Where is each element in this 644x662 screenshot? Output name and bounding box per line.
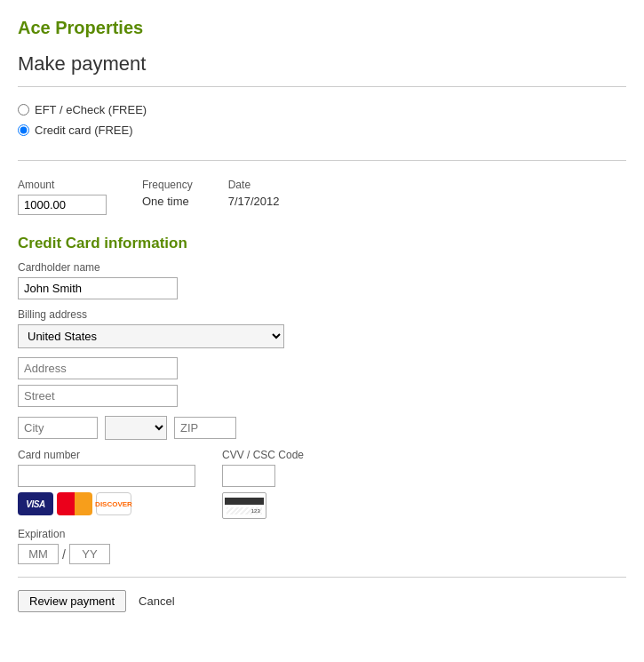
card-number-section: Card number VISA DISCOVER	[18, 449, 195, 515]
cc-section-title: Credit Card information	[18, 235, 626, 252]
cvv-image: 123	[222, 492, 266, 519]
divider-options	[18, 160, 626, 161]
eft-radio[interactable]	[18, 104, 29, 116]
address-input[interactable]	[18, 357, 178, 379]
exp-yy-input[interactable]	[69, 544, 110, 564]
payment-details-row: Amount Frequency One time Date 7/17/2012	[18, 168, 626, 222]
date-value: 7/17/2012	[228, 195, 280, 208]
card-number-input[interactable]	[18, 465, 195, 487]
billing-address-group: Billing address United States Canada Uni…	[18, 308, 626, 348]
cancel-link[interactable]: Cancel	[139, 594, 174, 608]
date-col: Date 7/17/2012	[228, 179, 280, 215]
zip-input[interactable]	[174, 417, 236, 439]
cardholder-label: Cardholder name	[18, 261, 626, 274]
cardholder-group: Cardholder name	[18, 261, 626, 299]
credit-card-label: Credit card (FREE)	[35, 124, 133, 137]
page-title: Make payment	[18, 52, 626, 76]
eft-label: EFT / eCheck (FREE)	[35, 103, 147, 116]
billing-label: Billing address	[18, 308, 626, 321]
app-title: Ace Properties	[18, 18, 626, 38]
divider-top	[18, 86, 626, 87]
country-select[interactable]: United States Canada United Kingdom Aust…	[18, 324, 284, 348]
city-input[interactable]	[18, 417, 98, 439]
amount-label: Amount	[18, 179, 107, 191]
amount-input[interactable]	[18, 195, 107, 215]
action-row: Review payment Cancel	[18, 577, 626, 612]
street-input[interactable]	[18, 385, 178, 407]
card-cvv-row: Card number VISA DISCOVER CVV / CSC Code…	[18, 449, 626, 519]
state-select[interactable]: CA NY TX	[105, 416, 167, 440]
cvv-label: CVV / CSC Code	[222, 449, 304, 461]
exp-separator: /	[62, 547, 66, 562]
payment-options: EFT / eCheck (FREE) Credit card (FREE)	[18, 94, 626, 153]
cvv-sig: 123	[227, 507, 262, 514]
expiration-row: /	[18, 544, 626, 564]
review-payment-button[interactable]: Review payment	[18, 590, 126, 612]
card-logos: VISA DISCOVER	[18, 492, 195, 515]
expiration-label: Expiration	[18, 528, 626, 540]
cvv-input[interactable]	[222, 465, 275, 487]
frequency-label: Frequency	[142, 179, 193, 191]
frequency-value: One time	[142, 195, 193, 208]
frequency-col: Frequency One time	[142, 179, 193, 215]
cvv-section: CVV / CSC Code 123	[222, 449, 304, 519]
date-label: Date	[228, 179, 280, 191]
cvv-stripe	[225, 498, 264, 505]
discover-logo: DISCOVER	[96, 492, 131, 515]
cardholder-input[interactable]	[18, 277, 178, 299]
amount-col: Amount	[18, 179, 107, 215]
visa-logo: VISA	[18, 492, 53, 515]
city-state-row: CA NY TX	[18, 416, 626, 440]
address-group	[18, 357, 626, 407]
credit-card-radio[interactable]	[18, 124, 29, 136]
expiration-section: Expiration /	[18, 528, 626, 564]
mastercard-logo	[57, 492, 92, 515]
eft-option[interactable]: EFT / eCheck (FREE)	[18, 103, 626, 116]
credit-card-option[interactable]: Credit card (FREE)	[18, 124, 626, 137]
exp-mm-input[interactable]	[18, 544, 59, 564]
card-number-label: Card number	[18, 449, 195, 461]
